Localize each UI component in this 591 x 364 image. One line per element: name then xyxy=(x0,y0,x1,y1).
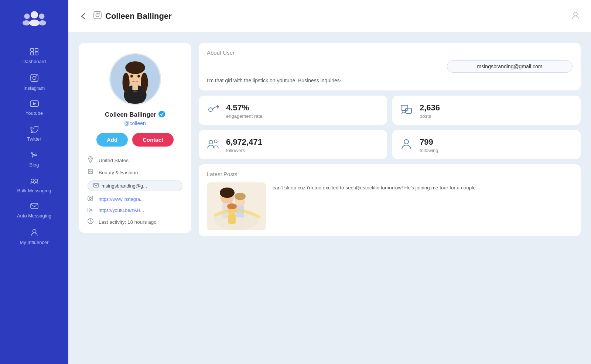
about-user-card: About User msingsbranding@gmail.com I'm … xyxy=(199,43,581,90)
youtube-link-row: https://youtu.be/zAH... xyxy=(88,207,182,214)
location-row: United States xyxy=(88,156,182,164)
svg-rect-37 xyxy=(93,183,99,187)
category-row: Beauty & Fashion xyxy=(88,169,182,176)
svg-point-1 xyxy=(29,20,40,26)
svg-point-3 xyxy=(23,20,30,25)
profile-card: Colleen Ballinger @colleen Add Contact U… xyxy=(79,43,191,233)
post-text: can't sleep cuz i'm too excited to see @… xyxy=(273,182,481,192)
avatar xyxy=(109,53,161,105)
location-text: United States xyxy=(99,158,129,163)
stat-card-engagement: 4.57% engagement rate xyxy=(199,96,387,125)
sidebar-navigation: Dashboard Instagram Youtube Twitter Blog xyxy=(0,43,68,250)
followers-value: 6,972,471 xyxy=(226,137,262,147)
last-activity-row: Last activity: 18 hours ago xyxy=(88,218,182,226)
category-text: Beauty & Fashion xyxy=(99,170,138,175)
svg-point-15 xyxy=(31,152,33,154)
clock-icon xyxy=(88,218,95,226)
about-email-input[interactable]: msingsbranding@gmail.com xyxy=(447,60,573,73)
svg-rect-6 xyxy=(31,48,34,51)
svg-point-12 xyxy=(36,75,37,76)
platform-icon xyxy=(93,11,102,21)
following-icon xyxy=(400,137,413,153)
svg-rect-33 xyxy=(132,85,138,90)
svg-point-2 xyxy=(24,14,30,19)
following-label: following xyxy=(420,148,438,153)
about-bio-text: I'm that girl with the lipstick on youtu… xyxy=(207,76,573,85)
svg-point-31 xyxy=(130,75,133,78)
sidebar-logo xyxy=(0,0,68,39)
svg-point-48 xyxy=(214,140,217,143)
stat-card-followers: 6,972,471 followers xyxy=(199,130,387,159)
svg-point-22 xyxy=(96,13,99,17)
stat-card-posts: 2,636 posts xyxy=(392,96,581,125)
svg-point-4 xyxy=(39,14,44,19)
following-value: 799 xyxy=(420,137,438,147)
email-pill[interactable]: msingsbranding@g... xyxy=(88,181,182,191)
about-user-title: About User xyxy=(207,49,573,56)
youtube-link-text: https://youtu.be/zAH... xyxy=(99,208,144,213)
stats-row-2: 6,972,471 followers 799 following xyxy=(199,130,581,159)
profile-name: Colleen Ballinger xyxy=(105,111,165,119)
svg-marker-41 xyxy=(89,209,92,212)
svg-point-49 xyxy=(404,140,409,144)
svg-rect-60 xyxy=(228,214,236,224)
twitter-label: Twitter xyxy=(27,136,41,142)
svg-point-29 xyxy=(122,73,129,93)
main-area: Colleen Ballinger xyxy=(68,0,591,364)
auto-messaging-label: Auto Messaging xyxy=(17,213,51,219)
back-button[interactable] xyxy=(79,12,88,20)
blog-label: Blog xyxy=(29,162,39,168)
sidebar-item-auto-messaging[interactable]: Auto Messaging xyxy=(0,198,68,223)
my-influencer-icon xyxy=(30,228,38,238)
stat-card-following: 799 following xyxy=(392,130,581,159)
email-icon xyxy=(93,183,99,189)
instagram-link-text: https://www.instagra... xyxy=(99,197,144,202)
svg-rect-7 xyxy=(35,48,38,51)
svg-point-32 xyxy=(137,75,140,78)
sidebar-item-bulk-messaging[interactable]: Bulk Messaging xyxy=(0,172,68,198)
blog-icon xyxy=(31,151,38,160)
svg-point-44 xyxy=(209,108,212,111)
last-activity-text: Last activity: 18 hours ago xyxy=(99,219,157,225)
youtube-label: Youtube xyxy=(25,110,43,116)
action-buttons: Add Contact xyxy=(96,133,174,147)
category-icon xyxy=(88,169,95,176)
svg-point-30 xyxy=(141,73,148,93)
posts-icon xyxy=(400,103,413,119)
svg-point-28 xyxy=(125,61,145,74)
svg-point-47 xyxy=(209,140,213,144)
svg-point-24 xyxy=(574,12,577,16)
engagement-label: engagement rate xyxy=(226,113,262,119)
svg-point-17 xyxy=(31,179,34,182)
content-area: Colleen Ballinger @colleen Add Contact U… xyxy=(68,32,591,364)
svg-point-56 xyxy=(235,193,246,200)
bulk-messaging-icon xyxy=(30,177,39,186)
bulk-messaging-label: Bulk Messaging xyxy=(17,188,51,193)
svg-point-53 xyxy=(220,188,235,198)
right-panel: About User msingsbranding@gmail.com I'm … xyxy=(199,43,581,364)
app-logo-icon xyxy=(21,8,48,32)
sidebar-item-dashboard[interactable]: Dashboard xyxy=(0,43,68,69)
engagement-icon xyxy=(206,103,219,119)
svg-marker-14 xyxy=(33,102,36,105)
sidebar-item-my-influencer[interactable]: My Influencer xyxy=(0,223,68,250)
following-info: 799 following xyxy=(420,137,438,153)
dashboard-icon xyxy=(30,48,38,57)
svg-point-11 xyxy=(33,76,36,80)
sidebar-item-blog[interactable]: Blog xyxy=(0,146,68,172)
stats-row-1: 4.57% engagement rate 2,636 posts xyxy=(199,96,581,125)
svg-point-40 xyxy=(91,197,92,198)
svg-point-5 xyxy=(39,20,46,25)
user-account-icon[interactable] xyxy=(571,11,580,22)
profile-meta: United States Beauty & Fashion msingsbra… xyxy=(88,156,182,226)
contact-button[interactable]: Contact xyxy=(132,133,174,147)
svg-rect-9 xyxy=(35,52,38,55)
email-text: msingsbranding@g... xyxy=(102,183,147,189)
svg-point-39 xyxy=(89,198,92,200)
posts-value: 2,636 xyxy=(420,103,440,113)
add-button[interactable]: Add xyxy=(96,133,128,147)
sidebar-item-youtube[interactable]: Youtube xyxy=(0,95,68,120)
sidebar-item-instagram[interactable]: Instagram xyxy=(0,69,68,95)
sidebar-item-twitter[interactable]: Twitter xyxy=(0,120,68,146)
engagement-value: 4.57% xyxy=(226,103,262,113)
